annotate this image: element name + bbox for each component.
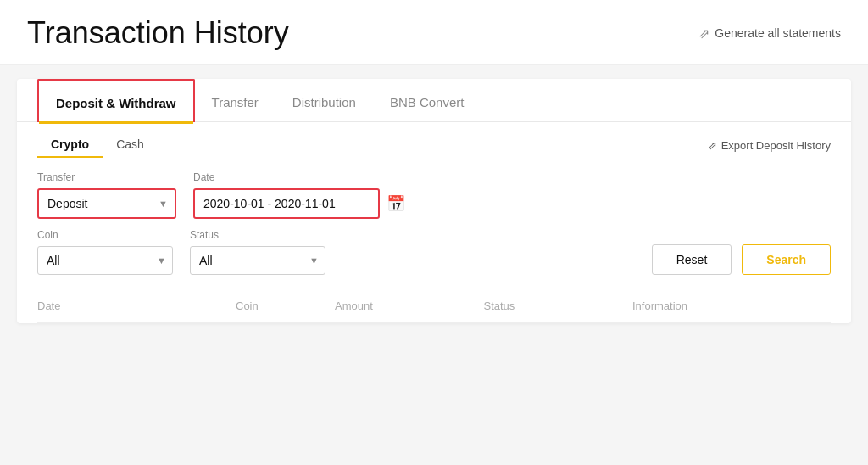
generate-statements-button[interactable]: ⇗ Generate all statements: [698, 25, 841, 42]
generate-btn-label: Generate all statements: [715, 26, 841, 40]
filter-row-1: Transfer Deposit Withdraw ▼ Date 📅: [37, 171, 831, 219]
sub-tab-crypto[interactable]: Crypto: [37, 132, 103, 158]
col-coin: Coin: [236, 300, 335, 312]
calendar-icon[interactable]: 📅: [387, 194, 405, 213]
status-select-wrapper: All Completed Pending Failed ▼: [190, 246, 326, 275]
external-link-icon: ⇗: [698, 25, 709, 42]
col-information: Information: [632, 300, 831, 312]
date-label: Date: [193, 171, 405, 183]
sub-tab-bar: Crypto Cash ⇗ Export Deposit History: [17, 122, 851, 165]
sub-tabs: Crypto Cash: [37, 132, 158, 158]
page-header: Transaction History ⇗ Generate all state…: [0, 0, 868, 65]
search-button[interactable]: Search: [742, 244, 831, 275]
filters-section: Transfer Deposit Withdraw ▼ Date 📅: [17, 165, 851, 289]
coin-label: Coin: [37, 229, 173, 241]
sub-tab-cash[interactable]: Cash: [103, 132, 158, 158]
transfer-label: Transfer: [37, 171, 176, 183]
status-label: Status: [190, 229, 326, 241]
status-filter-group: Status All Completed Pending Failed ▼: [190, 229, 326, 275]
table-section: Date Coin Amount Status Information: [37, 289, 831, 323]
date-range-input[interactable]: [193, 188, 380, 219]
col-date: Date: [37, 300, 236, 312]
tab-bnb-convert[interactable]: BNB Convert: [373, 80, 481, 121]
status-select[interactable]: All Completed Pending Failed: [190, 246, 326, 275]
tab-deposit-withdraw[interactable]: Deposit & Withdraw: [37, 79, 195, 122]
col-amount: Amount: [335, 300, 484, 312]
transfer-filter-group: Transfer Deposit Withdraw ▼: [37, 171, 176, 219]
export-icon: ⇗: [708, 139, 717, 152]
tab-distribution[interactable]: Distribution: [275, 80, 373, 121]
date-range-wrapper: 📅: [193, 188, 405, 219]
table-header: Date Coin Amount Status Information: [37, 289, 831, 323]
action-buttons: Reset Search: [652, 244, 831, 275]
transfer-select[interactable]: Deposit Withdraw: [39, 190, 175, 217]
date-filter-group: Date 📅: [193, 171, 405, 219]
col-status: Status: [484, 300, 633, 312]
coin-select-wrapper: All BTC ETH BNB ▼: [37, 246, 173, 275]
tab-bar: Deposit & Withdraw Transfer Distribution…: [17, 79, 851, 122]
page-title: Transaction History: [27, 15, 289, 51]
main-card: Deposit & Withdraw Transfer Distribution…: [17, 79, 851, 323]
export-deposit-history-button[interactable]: ⇗ Export Deposit History: [708, 139, 831, 152]
tab-transfer[interactable]: Transfer: [195, 80, 275, 121]
coin-filter-group: Coin All BTC ETH BNB ▼: [37, 229, 173, 275]
transfer-select-wrapper: Deposit Withdraw ▼: [37, 188, 176, 219]
filter-row-2: Coin All BTC ETH BNB ▼ Status All Co: [37, 229, 831, 275]
coin-select[interactable]: All BTC ETH BNB: [37, 246, 173, 275]
reset-button[interactable]: Reset: [652, 244, 732, 275]
